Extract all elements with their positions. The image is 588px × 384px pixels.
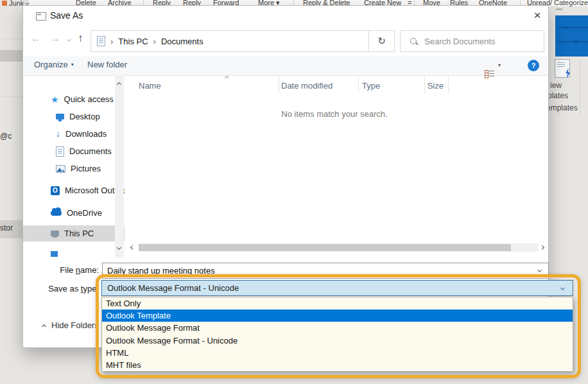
column-divider[interactable] bbox=[448, 76, 449, 93]
network-icon bbox=[51, 251, 58, 257]
bg-line bbox=[0, 39, 22, 39]
dropdown-option[interactable]: Outlook Template bbox=[102, 310, 573, 322]
organize-button[interactable]: Organize ▾ bbox=[34, 60, 74, 69]
sidebar-item-label: Desktop bbox=[69, 112, 100, 121]
file-name-label: File name: bbox=[23, 265, 99, 275]
bg-templates-fragment: plates bbox=[548, 91, 568, 100]
sidebar-item-label: Pictures bbox=[71, 164, 101, 173]
horizontal-scrollbar[interactable] bbox=[139, 243, 538, 252]
downloads-icon: ↓ bbox=[56, 130, 60, 138]
help-button[interactable]: ? bbox=[528, 60, 539, 71]
documents-folder-icon bbox=[97, 36, 105, 46]
sidebar-item-downloads[interactable]: ↓ Downloads bbox=[23, 126, 125, 142]
ribbon-fragment: Categorize bbox=[554, 0, 588, 6]
dropdown-option[interactable]: Outlook Message Format bbox=[102, 322, 573, 334]
address-bar[interactable]: › This PC › Documents bbox=[91, 30, 369, 52]
hide-folders-label: Hide Folders bbox=[51, 320, 99, 330]
sidebar-item-pictures[interactable]: Pictures bbox=[23, 161, 125, 177]
sidebar-item-label: OneDrive bbox=[67, 208, 102, 218]
sort-ascending-icon bbox=[225, 76, 229, 80]
outlook-icon: O bbox=[51, 186, 60, 195]
sidebar-item-desktop[interactable]: Desktop bbox=[23, 109, 125, 125]
dropdown-option[interactable]: Text Only bbox=[102, 297, 573, 310]
crumb-separator: › bbox=[153, 37, 156, 46]
column-divider[interactable] bbox=[279, 76, 279, 93]
sidebar-item-quick-access[interactable]: ★ Quick access bbox=[23, 91, 125, 107]
crumb-separator: › bbox=[110, 37, 113, 46]
organize-label: Organize bbox=[34, 60, 68, 69]
breadcrumb-documents[interactable]: Documents bbox=[161, 37, 203, 46]
search-input[interactable]: Search Documents bbox=[400, 30, 544, 52]
dropdown-option[interactable]: Outlook Message Format - Unicode bbox=[102, 335, 573, 347]
save-as-type-value: Outlook Message Format - Unicode bbox=[107, 283, 239, 293]
file-name-input[interactable]: Daily stand up meeting notes bbox=[102, 263, 549, 279]
refresh-button[interactable]: ↻ bbox=[368, 30, 395, 52]
sidebar-item-onedrive[interactable]: OneDrive bbox=[23, 205, 125, 221]
scrollbar-thumb[interactable] bbox=[139, 244, 511, 251]
search-icon bbox=[410, 38, 417, 44]
desktop-icon bbox=[56, 114, 64, 119]
onedrive-icon bbox=[51, 211, 62, 216]
search-placeholder: Search Documents bbox=[424, 37, 496, 46]
junk-label: Junk bbox=[9, 0, 24, 7]
column-header-type[interactable]: Type bbox=[362, 81, 380, 91]
bg-dash bbox=[556, 8, 562, 10]
this-pc-icon bbox=[51, 231, 59, 236]
quick-steps-panel bbox=[555, 15, 588, 57]
file-name-value: Daily stand up meeting notes bbox=[107, 266, 215, 275]
combobox-chevron-icon[interactable] bbox=[560, 286, 565, 290]
bg-line bbox=[0, 96, 22, 97]
close-button[interactable]: × bbox=[528, 7, 547, 24]
column-header-size[interactable]: Size bbox=[420, 81, 444, 91]
organize-caret-icon: ▾ bbox=[71, 62, 74, 67]
screen: Delete Archive Reply Reply Forward More … bbox=[0, 0, 588, 384]
view-mode-icon[interactable] bbox=[485, 70, 494, 78]
column-divider[interactable] bbox=[424, 76, 425, 93]
view-mode-caret-icon[interactable]: ▾ bbox=[498, 62, 501, 68]
navigation-pane: ★ Quick access Desktop ↓ Downloads Docum… bbox=[23, 75, 125, 259]
sidebar-item-microsoft-outlook[interactable]: O Microsoft Outlook bbox=[23, 182, 125, 198]
sidebar-item-partial[interactable] bbox=[23, 249, 125, 259]
bg-band bbox=[0, 50, 22, 62]
new-folder-button[interactable]: New folder bbox=[87, 60, 127, 69]
bg-templates-fragment: iew bbox=[550, 81, 562, 90]
sidebar-item-this-pc[interactable]: This PC bbox=[23, 225, 125, 241]
sidebar-item-label: Quick access bbox=[64, 94, 114, 104]
save-as-type-label: Save as type: bbox=[23, 284, 99, 293]
sidebar-scrollbar[interactable] bbox=[115, 75, 124, 257]
up-button[interactable]: ↑ bbox=[78, 32, 83, 45]
bg-templates-fragment: emplates bbox=[546, 103, 578, 112]
bg-email-fragment: @c bbox=[0, 132, 13, 141]
column-header-name[interactable]: Name bbox=[139, 81, 161, 91]
column-header-date-modified[interactable]: Date modified bbox=[281, 81, 333, 91]
documents-icon bbox=[56, 146, 64, 157]
bg-divider bbox=[580, 59, 580, 114]
scroll-left-icon[interactable] bbox=[130, 245, 135, 250]
breadcrumb-this-pc[interactable]: This PC bbox=[118, 37, 148, 46]
save-as-icon bbox=[36, 12, 46, 21]
pictures-icon bbox=[56, 165, 65, 173]
view-templates-icon bbox=[555, 59, 570, 78]
refresh-icon: ↻ bbox=[377, 35, 386, 47]
hide-folders-chevron-icon bbox=[42, 324, 46, 328]
file-name-dropdown-chevron[interactable] bbox=[537, 268, 542, 272]
scroll-right-icon[interactable] bbox=[540, 245, 544, 250]
empty-list-message: No items match your search. bbox=[229, 109, 440, 119]
hide-folders-button[interactable]: Hide Folders bbox=[42, 320, 99, 330]
bg-history-fragment: stor bbox=[0, 223, 14, 232]
dropdown-option[interactable]: HTML bbox=[102, 347, 573, 359]
sidebar-item-label: Downloads bbox=[65, 129, 107, 139]
dialog-title: Save As bbox=[50, 10, 83, 21]
save-as-type-dropdown: Text Only Outlook Template Outlook Messa… bbox=[101, 297, 573, 372]
forward-button[interactable]: → bbox=[50, 33, 60, 44]
recent-locations-chevron[interactable] bbox=[67, 37, 71, 42]
junk-icon bbox=[2, 1, 7, 6]
column-divider[interactable] bbox=[358, 76, 359, 93]
back-button[interactable]: ← bbox=[31, 33, 41, 44]
sidebar-item-label: Documents bbox=[69, 146, 112, 156]
dropdown-option[interactable]: MHT files bbox=[102, 359, 573, 371]
sidebar-item-documents[interactable]: Documents bbox=[23, 143, 125, 159]
quick-access-star-icon: ★ bbox=[51, 95, 59, 104]
sidebar-item-label: This PC bbox=[64, 229, 94, 238]
save-as-type-combobox[interactable]: Outlook Message Format - Unicode bbox=[101, 280, 573, 296]
